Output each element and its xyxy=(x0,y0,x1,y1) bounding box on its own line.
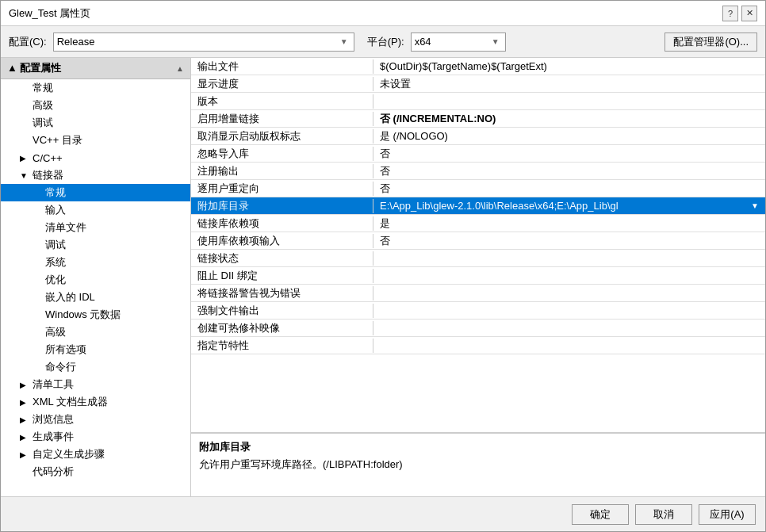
right-panel: 输出文件$(OutDir)$(TargetName)$(TargetExt)显示… xyxy=(191,58,765,496)
props-table: 输出文件$(OutDir)$(TargetName)$(TargetExt)显示… xyxy=(191,58,765,433)
prop-value-text-1: 未设置 xyxy=(380,77,411,91)
prop-name-5: 忽略导入库 xyxy=(191,147,373,161)
tree-item-linker_system[interactable]: 系统 xyxy=(1,254,190,271)
platform-combo-arrow: ▼ xyxy=(489,36,502,48)
tree-label-xml_gen: XML 文档生成器 xyxy=(33,395,108,409)
tree-item-linker[interactable]: ▼链接器 xyxy=(1,166,190,184)
tree-container[interactable]: 常规高级调试VC++ 目录▶C/C++▼链接器常规输入清单文件调试系统优化嵌入的… xyxy=(1,79,190,496)
prop-name-6: 注册输出 xyxy=(191,164,373,178)
config-label: 配置(C): xyxy=(9,35,47,49)
prop-row-3[interactable]: 启用增量链接否 (/INCREMENTAL:NO) xyxy=(191,110,765,128)
tree-label-linker_general: 常规 xyxy=(45,186,66,200)
config-combo[interactable]: Release ▼ xyxy=(53,33,354,52)
tree-item-linker_adv[interactable]: 高级 xyxy=(1,323,190,341)
tree-item-build_events[interactable]: ▶生成事件 xyxy=(1,428,190,446)
scroll-up-icon[interactable]: ▲ xyxy=(176,64,184,73)
prop-value-6: 否 xyxy=(373,164,765,178)
prop-name-13: 将链接器警告视为错误 xyxy=(191,286,373,300)
tree-label-linker_input: 输入 xyxy=(45,203,66,217)
tree-item-linker_manifest[interactable]: 清单文件 xyxy=(1,219,190,236)
tree-item-browse[interactable]: ▶浏览信息 xyxy=(1,411,190,428)
tree-label-advanced: 高级 xyxy=(33,98,53,113)
toolbar: 配置(C): Release ▼ 平台(P): x64 ▼ 配置管理器(O)..… xyxy=(1,26,765,58)
prop-value-3: 否 (/INCREMENTAL:NO) xyxy=(373,112,765,126)
prop-name-3: 启用增量链接 xyxy=(191,112,373,126)
expand-icon-cpp: ▶ xyxy=(20,154,29,163)
apply-button[interactable]: 应用(A) xyxy=(699,504,756,525)
prop-value-text-7: 否 xyxy=(380,182,390,196)
cancel-button[interactable]: 取消 xyxy=(635,504,692,525)
prop-row-9[interactable]: 链接库依赖项是 xyxy=(191,215,765,232)
prop-value-text-4: 是 (/NOLOGO) xyxy=(380,129,448,144)
prop-value-text-8: E:\App_Lib\glew-2.1.0\lib\Release\x64;E:… xyxy=(380,200,619,212)
prop-row-14[interactable]: 强制文件输出 xyxy=(191,302,765,320)
prop-row-12[interactable]: 阻止 DII 绑定 xyxy=(191,267,765,285)
prop-name-8: 附加库目录 xyxy=(191,199,373,213)
prop-value-arrow-8: ▼ xyxy=(751,201,759,210)
prop-row-7[interactable]: 逐用户重定向否 xyxy=(191,180,765,197)
ok-button[interactable]: 确定 xyxy=(572,504,629,525)
prop-row-10[interactable]: 使用库依赖项输入否 xyxy=(191,232,765,250)
tree-item-debug[interactable]: 调试 xyxy=(1,114,190,132)
close-button[interactable]: ✕ xyxy=(741,6,757,21)
tree-item-xml_gen[interactable]: ▶XML 文档生成器 xyxy=(1,393,190,411)
platform-label: 平台(P): xyxy=(367,35,404,49)
description-panel: 附加库目录 允许用户重写环境库路径。(/LIBPATH:folder) xyxy=(191,433,765,496)
expand-icon-build_events: ▶ xyxy=(20,433,29,442)
expand-icon-linker: ▼ xyxy=(20,171,29,180)
tree-item-manifest_tool[interactable]: ▶清单工具 xyxy=(1,376,190,393)
prop-row-0[interactable]: 输出文件$(OutDir)$(TargetName)$(TargetExt) xyxy=(191,58,765,75)
tree-item-linker_input[interactable]: 输入 xyxy=(1,201,190,219)
tree-item-linker_winmeta[interactable]: Windows 元数据 xyxy=(1,306,190,323)
tree-item-advanced[interactable]: 高级 xyxy=(1,97,190,114)
manage-config-button[interactable]: 配置管理器(O)... xyxy=(665,33,757,52)
prop-row-6[interactable]: 注册输出否 xyxy=(191,163,765,180)
prop-value-0: $(OutDir)$(TargetName)$(TargetExt) xyxy=(373,60,765,72)
tree-item-linker_opt[interactable]: 优化 xyxy=(1,271,190,289)
prop-name-14: 强制文件输出 xyxy=(191,304,373,318)
tree-label-linker_idl: 嵌入的 IDL xyxy=(45,290,95,304)
prop-row-4[interactable]: 取消显示启动版权标志是 (/NOLOGO) xyxy=(191,128,765,145)
tree-label-vc_dirs: VC++ 目录 xyxy=(33,133,82,147)
prop-value-4: 是 (/NOLOGO) xyxy=(373,129,765,144)
tree-item-linker_all[interactable]: 所有选项 xyxy=(1,341,190,358)
tree-item-vc_dirs[interactable]: VC++ 目录 xyxy=(1,132,190,149)
prop-row-2[interactable]: 版本 xyxy=(191,93,765,110)
tree-label-general: 常规 xyxy=(33,81,53,95)
tree-item-general[interactable]: 常规 xyxy=(1,79,190,97)
tree-item-cpp[interactable]: ▶C/C++ xyxy=(1,149,190,166)
prop-row-1[interactable]: 显示进度未设置 xyxy=(191,75,765,93)
prop-row-13[interactable]: 将链接器警告视为错误 xyxy=(191,285,765,302)
tree-item-linker_cmd[interactable]: 命令行 xyxy=(1,358,190,376)
prop-name-11: 链接状态 xyxy=(191,251,373,266)
prop-value-7: 否 xyxy=(373,182,765,196)
tree-label-debug: 调试 xyxy=(33,116,53,130)
tree-item-custom_step[interactable]: ▶自定义生成步骤 xyxy=(1,446,190,463)
prop-name-16: 指定节特性 xyxy=(191,339,373,353)
tree-item-linker_general[interactable]: 常规 xyxy=(1,184,190,201)
tree-label-linker_winmeta: Windows 元数据 xyxy=(45,308,121,322)
tree-label-linker_cmd: 命令行 xyxy=(45,360,76,374)
prop-row-16[interactable]: 指定节特性 xyxy=(191,337,765,354)
prop-row-15[interactable]: 创建可热修补映像 xyxy=(191,320,765,337)
tree-label-linker_adv: 高级 xyxy=(45,325,66,339)
help-button[interactable]: ? xyxy=(722,6,738,21)
prop-name-7: 逐用户重定向 xyxy=(191,182,373,196)
prop-name-9: 链接库依赖项 xyxy=(191,216,373,231)
left-panel-title: ▲ 配置属性 xyxy=(7,61,61,75)
prop-value-text-0: $(OutDir)$(TargetName)$(TargetExt) xyxy=(380,60,547,72)
tree-label-custom_step: 自定义生成步骤 xyxy=(33,447,105,461)
title-text: Glew_Test 属性页 xyxy=(9,6,90,21)
expand-icon-xml_gen: ▶ xyxy=(20,398,29,407)
prop-row-11[interactable]: 链接状态 xyxy=(191,250,765,267)
prop-row-8[interactable]: 附加库目录E:\App_Lib\glew-2.1.0\lib\Release\x… xyxy=(191,197,765,215)
platform-combo[interactable]: x64 ▼ xyxy=(411,33,506,52)
tree-item-linker_idl[interactable]: 嵌入的 IDL xyxy=(1,289,190,306)
tree-item-linker_debug[interactable]: 调试 xyxy=(1,236,190,254)
title-bar: Glew_Test 属性页 ? ✕ xyxy=(1,1,765,26)
prop-name-0: 输出文件 xyxy=(191,59,373,74)
prop-row-5[interactable]: 忽略导入库否 xyxy=(191,145,765,163)
dialog-window: Glew_Test 属性页 ? ✕ 配置(C): Release ▼ 平台(P)… xyxy=(0,0,766,532)
tree-item-code_analysis[interactable]: 代码分析 xyxy=(1,463,190,480)
footer: 确定 取消 应用(A) xyxy=(1,496,765,531)
